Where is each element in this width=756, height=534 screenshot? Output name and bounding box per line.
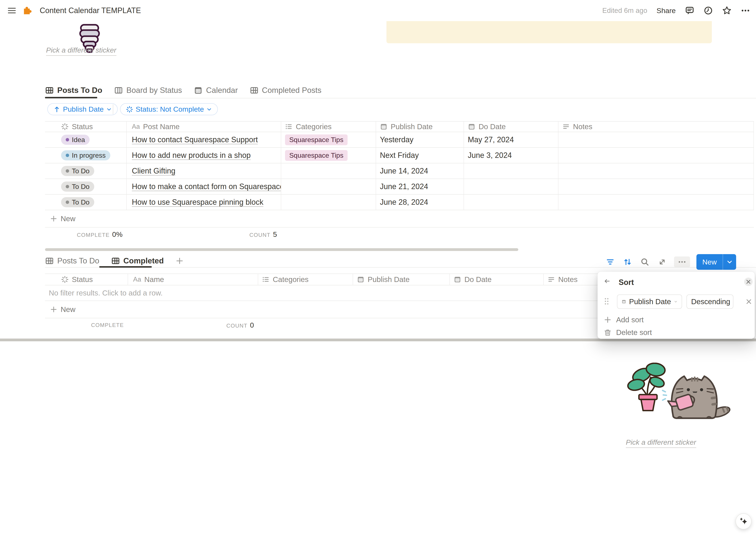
sidebar-menu-button[interactable]: [7, 6, 16, 15]
do-date-cell[interactable]: May 27, 2024: [464, 132, 558, 147]
column-header-name[interactable]: Aa Name: [128, 274, 258, 285]
categories-cell[interactable]: [281, 194, 376, 210]
column-header-post-name[interactable]: Aa Post Name: [127, 122, 281, 132]
favorite-button[interactable]: [722, 6, 732, 15]
page-title: Content Calendar TEMPLATE: [40, 6, 141, 15]
history-button[interactable]: [704, 6, 713, 15]
share-button[interactable]: Share: [657, 7, 676, 15]
sort-button[interactable]: [622, 256, 633, 267]
status-dot: [66, 169, 69, 173]
complete-calc[interactable]: COMPLETE 0%: [45, 230, 127, 239]
post-name-cell[interactable]: How to contact Squarespace Support: [127, 132, 281, 147]
status-cell[interactable]: To Do: [45, 164, 127, 179]
complete-calc[interactable]: COMPLETE: [45, 322, 128, 328]
column-header-publish-date[interactable]: Publish Date: [353, 274, 450, 285]
add-sort-button[interactable]: Add sort: [604, 316, 644, 324]
expand-button[interactable]: [657, 256, 668, 267]
chevron-down-icon: [106, 107, 112, 112]
tab-completed-posts[interactable]: Completed Posts: [250, 86, 322, 95]
tab2-completed[interactable]: Completed: [111, 256, 164, 265]
publish-date-cell[interactable]: June 14, 2024: [376, 164, 464, 179]
pick-sticker-link-top[interactable]: Pick a different sticker: [46, 46, 117, 56]
status-cell[interactable]: To Do: [45, 194, 127, 210]
column-header-status[interactable]: Status: [45, 122, 127, 132]
count-calc[interactable]: COUNT 5: [127, 230, 281, 239]
table-row[interactable]: To Do How to use Squarespace pinning blo…: [45, 194, 754, 210]
view-tabs-1: Posts To Do Board by Status Calendar Com…: [45, 83, 321, 98]
ai-assistant-button[interactable]: [736, 513, 752, 529]
tab-calendar[interactable]: Calendar: [194, 86, 238, 95]
sort-chip-publish-date[interactable]: Publish Date: [47, 103, 118, 115]
sort-direction-select[interactable]: Descending: [687, 294, 733, 309]
tab2-posts-to-do[interactable]: Posts To Do: [45, 256, 99, 265]
categories-cell[interactable]: Squarespace Tips: [281, 148, 376, 163]
column-header-publish-date[interactable]: Publish Date: [376, 122, 464, 132]
categories-cell[interactable]: [281, 164, 376, 179]
do-date-cell[interactable]: June 3, 2024: [464, 148, 558, 163]
publish-date-cell[interactable]: June 21, 2024: [376, 179, 464, 194]
post-name-cell[interactable]: How to use Squarespace pinning block: [127, 194, 281, 210]
post-name-cell[interactable]: How to add new products in a shop: [127, 148, 281, 163]
column-header-do-date[interactable]: Do Date: [464, 122, 558, 132]
status-cell[interactable]: In progress: [45, 148, 127, 163]
delete-sort-button[interactable]: Delete sort: [604, 328, 652, 337]
new-button-dropdown[interactable]: [723, 254, 736, 270]
horizontal-scrollbar-1[interactable]: [45, 248, 518, 251]
post-name-cell[interactable]: How to make a contact form on Squarespac…: [127, 179, 281, 194]
publish-date-cell[interactable]: June 28, 2024: [376, 194, 464, 210]
notes-cell[interactable]: [558, 194, 754, 210]
column-header-categories[interactable]: Categories: [258, 274, 353, 285]
column-header-do-date[interactable]: Do Date: [450, 274, 544, 285]
close-icon: [745, 298, 753, 305]
add-view-button[interactable]: [176, 257, 184, 265]
tab-board-by-status[interactable]: Board by Status: [114, 86, 182, 95]
status-cell[interactable]: To Do: [45, 179, 127, 194]
table-row[interactable]: In progress How to add new products in a…: [45, 148, 754, 164]
arrow-left-icon: [604, 278, 610, 284]
close-icon: [745, 279, 752, 285]
tab-posts-to-do[interactable]: Posts To Do: [45, 86, 102, 95]
categories-cell[interactable]: Squarespace Tips: [281, 132, 376, 147]
publish-date-cell[interactable]: Next Friday: [376, 148, 464, 163]
pick-sticker-link-bottom[interactable]: Pick a different sticker: [626, 438, 696, 448]
top-bar: Content Calendar TEMPLATE Edited 6m ago …: [0, 0, 756, 21]
post-name-cell[interactable]: Client Gifting: [127, 164, 281, 179]
table-row[interactable]: To Do How to make a contact form on Squa…: [45, 179, 754, 194]
notes-cell[interactable]: [558, 148, 754, 163]
more-menu-button[interactable]: [741, 6, 750, 15]
do-date-cell[interactable]: [464, 164, 558, 179]
calendar-view-icon: [194, 86, 202, 95]
publish-date-cell[interactable]: Yesterday: [376, 132, 464, 147]
count-calc[interactable]: COUNT 0: [128, 321, 258, 329]
calendar-icon: [468, 123, 475, 130]
table-row[interactable]: Idea How to contact Squarespace Support …: [45, 132, 754, 148]
column-header-categories[interactable]: Categories: [281, 122, 376, 132]
drag-handle[interactable]: [604, 297, 609, 306]
notes-cell[interactable]: [558, 179, 754, 194]
sort-field-select[interactable]: Publish Date: [617, 294, 682, 309]
close-button[interactable]: [744, 278, 753, 286]
notes-cell[interactable]: [558, 164, 754, 179]
callout-block[interactable]: [387, 20, 712, 43]
new-button[interactable]: New: [696, 254, 723, 270]
filter-button[interactable]: [605, 256, 616, 267]
notes-cell[interactable]: [558, 132, 754, 147]
column-header-notes[interactable]: Notes: [558, 122, 754, 132]
comments-button[interactable]: [685, 6, 694, 15]
column-header-status[interactable]: Status: [45, 274, 128, 285]
table-row[interactable]: To Do Client Gifting June 14, 2024: [45, 164, 754, 179]
view-options-button[interactable]: [674, 256, 690, 267]
new-button-group: New: [696, 254, 736, 270]
search-button[interactable]: [639, 256, 650, 267]
do-date-cell[interactable]: [464, 179, 558, 194]
back-button[interactable]: [604, 278, 612, 287]
horizontal-scrollbar-2[interactable]: [0, 339, 756, 341]
do-date-cell[interactable]: [464, 194, 558, 210]
status-cell[interactable]: Idea: [45, 132, 127, 147]
categories-cell[interactable]: [281, 179, 376, 194]
add-row-button[interactable]: New: [45, 210, 754, 228]
table-view-icon: [45, 256, 54, 265]
arrow-up-icon: [53, 106, 61, 113]
remove-sort-rule-button[interactable]: [745, 298, 753, 305]
filter-chip-status[interactable]: Status: Not Complete: [120, 103, 218, 115]
